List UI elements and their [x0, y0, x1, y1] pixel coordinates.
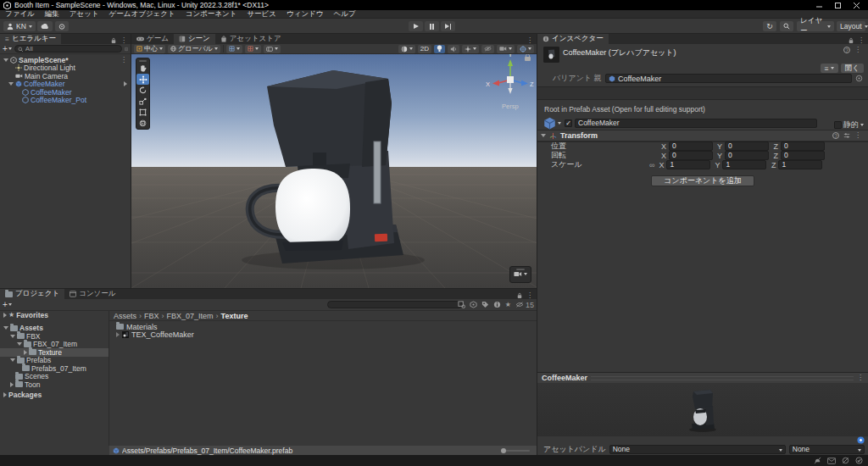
asset-item-materials[interactable]: Materials — [109, 323, 537, 331]
layout-dropdown[interactable]: Layout — [837, 21, 865, 31]
tree-item-texture[interactable]: Texture — [0, 348, 108, 357]
project-search-input[interactable] — [327, 301, 463, 308]
hierarchy-row-coffeemaker-child[interactable]: CoffeeMaker — [0, 88, 131, 97]
gameobject-name-field[interactable]: CoffeeMaker — [575, 119, 817, 128]
shading-mode-dropdown[interactable] — [398, 45, 415, 53]
play-button[interactable] — [409, 21, 423, 31]
hierarchy-row-coffeemaker-pot[interactable]: CoffeeMaker_Pot — [0, 97, 131, 105]
account-button[interactable]: KN — [3, 21, 36, 31]
label-filter-icon[interactable] — [481, 301, 489, 308]
kebab-menu-icon[interactable]: ⋮ — [526, 37, 533, 44]
scene-lighting-toggle[interactable] — [434, 45, 445, 53]
expand-icon[interactable] — [24, 350, 27, 355]
toggle-2d-button[interactable]: 2D — [418, 45, 431, 53]
pivot-dropdown[interactable]: 中心 — [134, 45, 165, 53]
scale-tool-button[interactable] — [136, 96, 149, 107]
breadcrumb-fbx-07-item[interactable]: FBX_07_Item — [167, 312, 214, 320]
hierarchy-search-input[interactable] — [14, 45, 122, 53]
lock-icon[interactable] — [849, 37, 854, 44]
tree-item-prefabs[interactable]: Prefabs — [0, 357, 108, 365]
kebab-menu-icon[interactable]: ⋮ — [854, 47, 861, 53]
collapse-icon[interactable] — [10, 335, 15, 338]
link-scale-icon[interactable]: ∞ — [649, 161, 654, 169]
assetbundle-variant-dropdown[interactable]: None — [789, 445, 865, 454]
menu-help[interactable]: ヘルプ — [329, 9, 361, 19]
rotation-z-field[interactable]: 0 — [781, 151, 825, 160]
cameras-overlay[interactable] — [509, 266, 531, 283]
scale-z-field[interactable]: 1 — [778, 160, 822, 169]
search-button[interactable] — [780, 21, 793, 31]
tab-scene[interactable]: シーン — [174, 34, 215, 44]
hierarchy-row-main-camera[interactable]: Main Camera — [0, 72, 131, 80]
breadcrumb-fbx[interactable]: FBX — [144, 312, 159, 320]
transform-tool-button[interactable] — [136, 118, 149, 129]
tree-item-favorites[interactable]: ★ Favorites — [0, 311, 108, 319]
position-y-field[interactable]: 0 — [725, 141, 769, 151]
tab-game[interactable]: ゲーム — [131, 34, 174, 44]
info-icon[interactable] — [493, 301, 501, 308]
tree-item-packages[interactable]: Packages — [0, 391, 108, 400]
minimize-button[interactable] — [815, 2, 822, 8]
tab-project[interactable]: プロジェクト — [0, 289, 64, 299]
search-filter-icon[interactable] — [125, 46, 128, 53]
menu-gameobject[interactable]: ゲームオブジェクト — [104, 9, 181, 19]
move-tool-button[interactable] — [136, 74, 149, 85]
cache-server-icon[interactable] — [842, 457, 849, 464]
tab-console[interactable]: コンソール — [64, 289, 120, 299]
position-z-field[interactable]: 0 — [781, 141, 825, 151]
position-x-field[interactable]: 0 — [669, 141, 713, 151]
scene-viewport[interactable]: Y X Z Persp — [131, 54, 537, 288]
scene-audio-toggle[interactable] — [448, 45, 459, 53]
variant-parent-field[interactable]: CoffeeMaker — [605, 74, 852, 83]
expand-icon[interactable] — [116, 332, 120, 337]
help-icon[interactable]: ? — [832, 132, 839, 139]
effects-dropdown[interactable] — [462, 45, 479, 53]
rect-tool-button[interactable] — [136, 107, 149, 118]
properties-dropdown-button[interactable]: ≡ — [821, 64, 838, 73]
scale-y-field[interactable]: 1 — [722, 160, 766, 169]
collapse-icon[interactable] — [17, 342, 22, 346]
tree-item-fbx[interactable]: FBX — [0, 332, 108, 341]
menu-assets[interactable]: アセット — [64, 9, 104, 19]
preview-viewport[interactable] — [537, 383, 868, 436]
object-picker-icon[interactable] — [855, 75, 863, 82]
static-checkbox[interactable] — [834, 121, 842, 129]
presets-icon[interactable] — [843, 132, 850, 139]
breadcrumb-texture[interactable]: Texture — [221, 312, 248, 320]
pause-button[interactable] — [425, 21, 439, 31]
scene-visibility-toggle[interactable] — [481, 45, 494, 53]
camera-settings-dropdown[interactable] — [497, 45, 515, 53]
close-button[interactable] — [853, 2, 860, 8]
hidden-packages-count[interactable]: 15 — [515, 301, 534, 309]
add-component-button[interactable]: コンポーネントを追加 — [651, 175, 754, 186]
step-button[interactable] — [441, 21, 455, 31]
tree-item-toon[interactable]: Toon — [0, 380, 108, 389]
hierarchy-row-scene[interactable]: SampleScene* ⋮ — [0, 56, 131, 64]
rotation-x-field[interactable]: 0 — [669, 151, 713, 160]
collapse-icon[interactable] — [3, 58, 8, 62]
menu-component[interactable]: コンポーネント — [181, 9, 242, 19]
open-prefab-button[interactable]: 開く — [841, 64, 864, 73]
tool-settings-dropdown[interactable] — [264, 45, 281, 53]
progress-check-icon[interactable] — [855, 457, 863, 464]
cloud-button[interactable] — [37, 21, 53, 31]
gizmos-dropdown[interactable] — [517, 45, 534, 53]
preview-header[interactable]: CoffeeMaker ⋮ — [537, 372, 868, 383]
asset-item-tex-coffeemaker[interactable]: TEX_CoffeeMaker — [109, 331, 537, 340]
grid-snap-dropdown[interactable] — [226, 45, 242, 53]
notifications-icon[interactable] — [814, 457, 821, 464]
menu-edit[interactable]: 編集 — [40, 9, 64, 19]
kebab-menu-icon[interactable]: ⋮ — [120, 37, 127, 44]
kebab-menu-icon[interactable]: ⋮ — [858, 37, 865, 44]
assetbundle-label-icon[interactable] — [857, 436, 865, 444]
slider-knob[interactable] — [501, 448, 506, 453]
chevron-down-icon[interactable] — [558, 122, 561, 125]
favorites-star-icon[interactable]: ★ — [505, 301, 511, 308]
layers-dropdown[interactable]: レイヤー — [797, 21, 834, 31]
chevron-down-icon[interactable] — [860, 124, 864, 126]
services-button[interactable] — [55, 21, 69, 31]
overlay-drag-handle[interactable] — [516, 269, 525, 270]
kebab-menu-icon[interactable]: ⋮ — [526, 292, 533, 299]
assetbundle-dropdown[interactable]: None — [609, 445, 786, 454]
scale-x-field[interactable]: 1 — [666, 160, 710, 169]
